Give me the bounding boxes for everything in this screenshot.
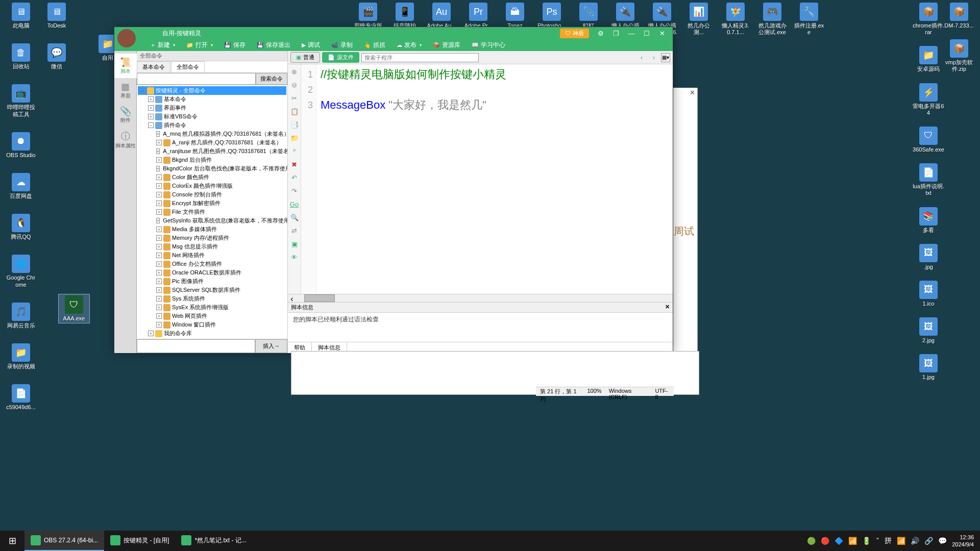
tree-plugin[interactable]: +Oracle ORACLE数据库插件: [138, 268, 286, 277]
tree-plugin[interactable]: +GetSysInfo 获取系统信息(兼容老版本，不推荐使用): [138, 216, 286, 225]
tree-plugin[interactable]: +Net 网络插件: [138, 251, 286, 260]
desktop-icon[interactable]: 📊然几办公测...: [683, 3, 715, 43]
tray-icon[interactable]: 🔴: [821, 537, 829, 545]
desktop-icon[interactable]: 🛡360Safe.exe: [913, 127, 944, 153]
tree-plugin[interactable]: +Memory 内存/进程插件: [138, 234, 286, 242]
desktop-icon[interactable]: 📺哔哩哔哩投稿工具: [5, 84, 37, 117]
desktop-icon[interactable]: 🐧腾讯QQ: [5, 214, 37, 240]
tree-plugin[interactable]: +Media 多媒体插件: [138, 225, 286, 234]
desktop-icon[interactable]: 🖼.jpg: [913, 244, 944, 270]
find-icon[interactable]: 🔍: [290, 213, 299, 222]
close-icon[interactable]: ✕: [654, 28, 670, 38]
shield-badge[interactable]: 🛡 神盾: [560, 29, 589, 38]
view-source-button[interactable]: 📄源文件: [322, 52, 359, 63]
tree-plugin[interactable]: +Color 颜色插件: [138, 173, 286, 182]
taskbar-item[interactable]: *然几笔记.txt - 记...: [175, 531, 252, 551]
sidebar-item-script[interactable]: 📜脚本: [114, 54, 137, 78]
expand-icon[interactable]: +: [156, 218, 160, 223]
record-button[interactable]: 📹录制: [326, 39, 358, 51]
sidebar-item-props[interactable]: ⓘ脚本属性: [114, 127, 137, 153]
close-icon[interactable]: ✕: [665, 304, 670, 311]
tree-mylib[interactable]: + 我的命令库: [138, 329, 286, 338]
tree-plugin[interactable]: +Bkgnd 后台插件: [138, 156, 286, 164]
tool-icon[interactable]: 📁: [290, 133, 299, 142]
start-button[interactable]: ⊞: [0, 531, 24, 551]
cmd-tab-basic[interactable]: 基本命令: [137, 61, 170, 72]
go-icon[interactable]: Go: [290, 199, 299, 209]
tool-icon[interactable]: 📑: [290, 120, 299, 129]
tool-icon[interactable]: 📋: [290, 107, 299, 116]
subroutine-search[interactable]: [361, 53, 479, 62]
expand-icon[interactable]: +: [148, 105, 154, 111]
tool-icon[interactable]: ▣: [290, 239, 299, 248]
debug-button[interactable]: ▶调试: [297, 39, 325, 51]
command-tree[interactable]: − 按键精灵 - 全部命令 +基本命令+界面事件+标准VBS命令 − 插件命令 …: [137, 85, 287, 339]
minimize-icon[interactable]: —: [624, 28, 639, 38]
tree-plugin[interactable]: +A_ranji 然几插件,QQ:703187681（未签名）: [138, 138, 286, 147]
taskbar-item[interactable]: OBS 27.2.4 (64-bi...: [24, 531, 104, 551]
tool-icon[interactable]: 〃: [290, 146, 299, 156]
tree-category[interactable]: +标准VBS命令: [138, 112, 286, 121]
expand-icon[interactable]: +: [156, 261, 162, 267]
tree-plugin[interactable]: +Pic 图像插件: [138, 277, 286, 286]
undo-icon[interactable]: ↶: [290, 173, 299, 182]
desktop-icon[interactable]: 🎮然几游戏办公测试.exe: [756, 3, 788, 43]
tree-plugin[interactable]: +BkgndColor 后台取色找色(兼容老版本，不推荐使用): [138, 164, 286, 173]
tree-plugin[interactable]: +A_ranjituse 然几图色插件,QQ:703187681（未签名）: [138, 147, 286, 156]
tree-plugin[interactable]: +Sys 系统插件: [138, 294, 286, 303]
tool-icon[interactable]: ✖: [290, 160, 299, 169]
tree-plugin[interactable]: +Msg 信息提示插件: [138, 242, 286, 251]
tray-icon[interactable]: 🔷: [835, 537, 843, 545]
expand-icon[interactable]: +: [156, 270, 162, 276]
resources-button[interactable]: 📦资源库: [428, 39, 465, 51]
tool-icon[interactable]: ⊕: [290, 67, 299, 76]
tree-plugin[interactable]: +SQLServer SQL数据库插件: [138, 286, 286, 294]
tree-plugin[interactable]: +SysEx 系统插件增强版: [138, 303, 286, 312]
eye-icon[interactable]: 👁: [290, 253, 299, 262]
code-editor[interactable]: //按键精灵电脑版如何制作按键小精灵 MessageBox "大家好，我是然几": [316, 64, 673, 294]
expand-icon[interactable]: +: [156, 166, 160, 171]
save-button[interactable]: 💾保存: [219, 39, 251, 51]
desktop-icon[interactable]: 🖼2.jpg: [913, 317, 944, 344]
expand-icon[interactable]: +: [156, 253, 162, 258]
desktop-icon[interactable]: 📁录制的视频: [5, 343, 37, 370]
tray-icon[interactable]: 🟢: [807, 537, 816, 545]
nav-prev-icon[interactable]: ‹: [636, 54, 647, 61]
desktop-icon[interactable]: 📦vmp加壳软件.zip: [943, 39, 975, 72]
collapse-icon[interactable]: −: [140, 88, 145, 93]
tree-root[interactable]: − 按键精灵 - 全部命令: [138, 86, 286, 95]
tree-plugin[interactable]: +Encrypt 加解密插件: [138, 199, 286, 208]
desktop-icon[interactable]: 📚多看: [913, 207, 944, 234]
expand-icon[interactable]: +: [156, 209, 162, 215]
desktop-icon[interactable]: ⏺OBS Studio: [5, 132, 37, 159]
maximize-icon[interactable]: ☐: [639, 28, 654, 38]
tree-plugin[interactable]: +Web 网页插件: [138, 312, 286, 320]
layout-icon[interactable]: ▦▾: [661, 53, 670, 62]
expand-icon[interactable]: +: [156, 131, 160, 137]
expand-icon[interactable]: +: [156, 183, 162, 189]
expand-icon[interactable]: +: [156, 174, 162, 180]
desktop-icon[interactable]: 📦chrome插件.rar: [913, 3, 944, 36]
expand-icon[interactable]: +: [148, 114, 154, 119]
expand-icon[interactable]: +: [156, 287, 162, 293]
tree-category[interactable]: +基本命令: [138, 95, 286, 104]
tool-icon[interactable]: ⇄: [290, 226, 299, 235]
sidebar-item-ui[interactable]: ▦界面: [114, 78, 137, 103]
expand-icon[interactable]: +: [156, 140, 162, 145]
volume-icon[interactable]: 🔊: [911, 537, 919, 545]
desktop-icon[interactable]: 🧚懒人精灵3.0.7.1...: [720, 3, 751, 43]
tree-category[interactable]: +界面事件: [138, 104, 286, 112]
collapse-icon[interactable]: −: [148, 122, 154, 128]
desktop-icon[interactable]: 🌐Google Chrome: [5, 255, 37, 288]
desktop-icon[interactable]: 🎵网易云音乐: [5, 303, 37, 329]
close-icon[interactable]: ✕: [690, 89, 695, 96]
ime-icon[interactable]: 拼: [885, 536, 892, 545]
redo-icon[interactable]: ↷: [290, 186, 299, 195]
desktop-icon[interactable]: ☁百度网盘: [5, 173, 37, 199]
tree-plugin[interactable]: +A_mnq 然几模拟器插件,QQ:703187681（未签名）: [138, 130, 286, 138]
expand-icon[interactable]: +: [156, 157, 162, 163]
desktop-icon[interactable]: 📦DM-7.233...: [943, 3, 975, 29]
tray-icon[interactable]: 📶: [848, 537, 857, 545]
taskbar-item[interactable]: 按键精灵 - [自用]: [104, 531, 175, 551]
system-tray[interactable]: 🟢 🔴 🔷 📶 🔋 ˄ 拼 📶 🔊 🔗 💬 12:36 2024/9/4: [807, 534, 980, 548]
